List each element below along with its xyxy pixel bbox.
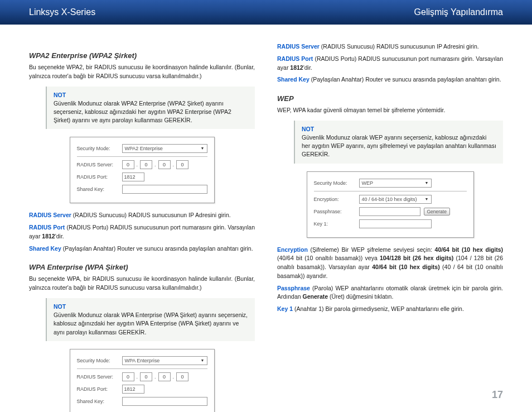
rport-desc: RADIUS Port (RADIUS Portu) RADIUS sunucu… [29, 223, 255, 241]
wpae-title: WPA Enterprise (WPA Şirket) [29, 263, 255, 271]
key1-input[interactable] [359, 219, 432, 228]
left-column: WPA2 Enterprise (WPA2 Şirket) Bu seçenek… [29, 41, 255, 412]
wep-note: NOT Güvenlik Modunuz olarak WEP ayarını … [294, 121, 503, 164]
shared-key-input[interactable] [122, 397, 207, 406]
fig-label-pass: Passphrase: [314, 209, 356, 214]
fig-label-key1: Key 1: [314, 221, 356, 227]
page-number: 17 [492, 389, 503, 401]
header-left: Linksys X-Series [29, 7, 95, 17]
skey-desc: Shared Key (Paylaşılan Anahtar) Router v… [29, 245, 255, 253]
header-right: Gelişmiş Yapılandırma [414, 7, 503, 17]
security-mode-select[interactable]: WPA2 Enterprise [122, 144, 207, 153]
passphrase-input[interactable] [359, 207, 420, 216]
key1-desc: Key 1 (Anahtar 1) Bir parola girmediysen… [277, 305, 503, 314]
fig-wpa2-enterprise: Security Mode: WPA2 Enterprise RADIUS Se… [70, 137, 215, 203]
rserver-desc: RADIUS Server (RADIUS Sunucusu) RADIUS s… [29, 211, 255, 220]
security-mode-select[interactable]: WEP [359, 179, 432, 188]
wep-title: WEP [277, 94, 503, 103]
fig-label-rport: RADIUS Port: [77, 174, 119, 180]
radius-server-ip[interactable]: 0. 0. 0. 0 [122, 372, 189, 381]
fig-label-skey: Shared Key: [77, 399, 119, 404]
note-label: NOT [54, 303, 66, 310]
fig-label-skey: Shared Key: [77, 186, 119, 192]
fig-label-secmode: Security Mode: [77, 358, 119, 363]
encryption-desc: Encryption (Şifreleme) Bir WEP şifreleme… [277, 246, 503, 281]
fig-label-secmode: Security Mode: [314, 180, 356, 186]
rport-desc-r: RADIUS Port (RADIUS Portu) RADIUS sunucu… [277, 55, 503, 73]
wpae-body: Bu seçenekte WPA, bir RADIUS sunucusu il… [29, 275, 255, 293]
fig-label-rport: RADIUS Port: [77, 386, 119, 392]
fig-wpa-enterprise: Security Mode: WPA Enterprise RADIUS Ser… [70, 349, 215, 412]
fig-label-rserver: RADIUS Server: [77, 374, 119, 380]
wpae-note: NOT Güvenlik Modunuz olarak WPA Enterpri… [46, 298, 255, 341]
note-label: NOT [54, 92, 66, 98]
passphrase-desc: Passphrase (Parola) WEP anahtarlarını ot… [277, 284, 503, 302]
radius-port-input[interactable]: 1812 [122, 173, 144, 181]
fig-label-rserver: RADIUS Server: [77, 162, 119, 167]
generate-button[interactable]: Generate [424, 208, 450, 215]
note-text: Güvenlik Modunuz olarak WPA2 Enterprise … [54, 100, 231, 123]
fig-wep: Security Mode: WEP Encryption: 40 / 64-b… [307, 171, 474, 238]
note-text: Güvenlik Modunuz olarak WEP ayarını seçe… [302, 134, 496, 157]
wpa2e-body: Bu seçenekte WPA2, bir RADIUS sunucusu i… [29, 63, 255, 81]
wep-body: WEP, WPA kadar güvenli olmayan temel bir… [277, 106, 503, 115]
radius-port-input[interactable]: 1812 [122, 385, 144, 394]
fig-label-secmode: Security Mode: [77, 146, 119, 151]
skey-desc-r: Shared Key (Paylaşılan Anahtar) Router v… [277, 75, 503, 84]
note-text: Güvenlik Modunuz olarak WPA Enterprise (… [54, 312, 248, 335]
shared-key-input[interactable] [122, 185, 207, 194]
security-mode-select[interactable]: WPA Enterprise [122, 356, 207, 365]
wpa2e-title: WPA2 Enterprise (WPA2 Şirket) [29, 51, 255, 60]
encryption-select[interactable]: 40 / 64-bit (10 hex digits) [359, 195, 432, 204]
rserver-desc-r: RADIUS Server (RADIUS Sunucusu) RADIUS s… [277, 42, 503, 51]
right-column: RADIUS Server (RADIUS Sunucusu) RADIUS s… [277, 41, 503, 412]
wpa2e-note: NOT Güvenlik Modunuz olarak WPA2 Enterpr… [46, 87, 255, 130]
radius-server-ip[interactable]: 0. 0. 0. 0 [122, 160, 189, 169]
fig-label-enc: Encryption: [314, 197, 356, 202]
page-content: WPA2 Enterprise (WPA2 Şirket) Bu seçenek… [0, 25, 532, 412]
page-header: Linksys X-Series Gelişmiş Yapılandırma [0, 0, 532, 25]
note-label: NOT [302, 126, 314, 132]
